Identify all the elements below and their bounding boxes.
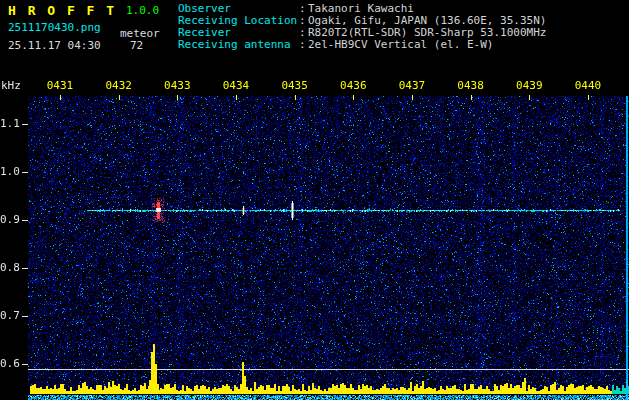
freq-tick-label: 0.8 bbox=[0, 262, 19, 273]
info-separator: : bbox=[299, 27, 306, 38]
time-tick-label: 0434 bbox=[219, 80, 253, 91]
output-filename: 2511170430.png bbox=[8, 22, 101, 33]
time-tick-label: 0432 bbox=[102, 80, 136, 91]
mode-label: meteor bbox=[120, 28, 160, 39]
app-title: H R O F F T bbox=[8, 4, 116, 17]
time-tick-label: 0437 bbox=[395, 80, 429, 91]
time-tick-label: 0433 bbox=[160, 80, 194, 91]
info-value-2: R820T2(RTL-SDR) SDR-Sharp 53.1000MHz bbox=[308, 27, 546, 38]
freq-tick-label: 0.7 bbox=[0, 310, 19, 321]
time-tick-label: 0438 bbox=[454, 80, 488, 91]
time-tick-label: 0431 bbox=[43, 80, 77, 91]
time-tick-label: 0436 bbox=[336, 80, 370, 91]
spectrogram-area: kHz 043104320433043404350436043704380439… bbox=[0, 76, 629, 400]
y-axis-unit-label: kHz bbox=[1, 80, 21, 91]
info-separator: : bbox=[299, 3, 306, 14]
time-tick-label: 0439 bbox=[512, 80, 546, 91]
freq-tick-label: 1.0 bbox=[0, 166, 19, 177]
time-tick-label: 0435 bbox=[278, 80, 312, 91]
info-label-1: Receiving Location bbox=[178, 15, 297, 26]
hrofft-screen: H R O F F T 1.0.0 2511170430.png meteor … bbox=[0, 0, 629, 400]
spectrogram-canvas bbox=[0, 76, 629, 400]
info-separator: : bbox=[299, 39, 306, 50]
info-value-0: Takanori Kawachi bbox=[308, 3, 414, 14]
app-version: 1.0.0 bbox=[126, 5, 159, 16]
freq-tick-label: 0.9 bbox=[0, 214, 19, 225]
observation-datetime: 25.11.17 04:30 bbox=[8, 40, 101, 51]
info-label-2: Receiver bbox=[178, 27, 231, 38]
info-value-3: 2el-HB9CV Vertical (el. E-W) bbox=[308, 39, 493, 50]
info-label-0: Observer bbox=[178, 3, 231, 14]
info-separator: : bbox=[299, 15, 306, 26]
info-value-1: Ogaki, Gifu, JAPAN (136.60E, 35.35N) bbox=[308, 15, 546, 26]
echo-count: 72 bbox=[130, 40, 143, 51]
info-label-3: Receiving antenna bbox=[178, 39, 291, 50]
freq-tick-label: 0.6 bbox=[0, 358, 19, 369]
freq-tick-label: 1.1 bbox=[0, 118, 19, 129]
time-tick-label: 0440 bbox=[571, 80, 605, 91]
